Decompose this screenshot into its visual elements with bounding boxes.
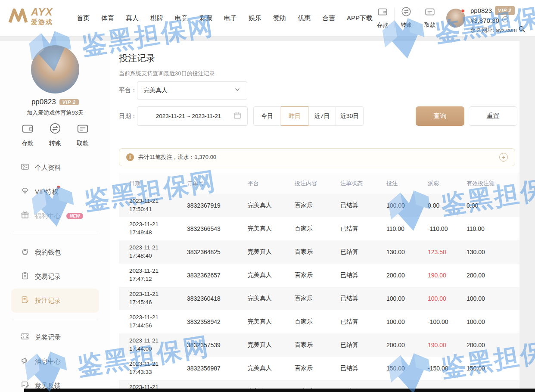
cell-status: 已结算 — [340, 271, 386, 279]
col-payout: 派彩 — [428, 180, 467, 187]
nav-item-promotions[interactable]: 优惠 — [298, 14, 311, 22]
range-30days-button[interactable]: 近30日 — [336, 106, 364, 126]
join-days-text: 加入爱游戏体育第93天 — [0, 109, 110, 117]
table-row: 2023-11-2117:45:46 3832360418 完美真人 百家乐 已… — [119, 287, 519, 310]
divider — [12, 234, 98, 234]
reset-button[interactable]: 重置 — [469, 106, 517, 126]
cell-content: 百家乐 — [295, 295, 340, 302]
nav-item-live-casino[interactable]: 真人 — [126, 14, 139, 22]
summary-bar: i 共计11笔投注，流水：1,370.00 + — [119, 148, 515, 166]
cell-content: 百家乐 — [295, 318, 340, 326]
nav-item-sports[interactable]: 体育 — [101, 14, 114, 22]
nav-item-lottery[interactable]: 彩票 — [199, 14, 212, 22]
cell-date: 2023-11-2117:47:12 — [129, 267, 187, 283]
date-range-input[interactable]: 2023-11-21 ~ 2023-11-21 — [137, 106, 248, 126]
sidebar-deposit-label: 存款 — [22, 140, 34, 147]
cell-payout: -100.00 — [428, 318, 467, 325]
sidebar-withdraw-label: 取款 — [77, 140, 89, 147]
sidebar-item-vip[interactable]: VIP特权 — [0, 180, 110, 204]
expand-plus-icon[interactable]: + — [499, 153, 508, 162]
transfer-label: 转账 — [401, 21, 412, 29]
sidebar-deposit-button[interactable]: 存款 — [21, 122, 34, 147]
cell-order: 3832360418 — [187, 295, 248, 302]
sidebar-item-message-center[interactable]: 消息中心 — [0, 349, 110, 373]
nav-item-sponsor[interactable]: 赞助 — [273, 14, 286, 22]
ticket-icon — [21, 332, 29, 342]
table-row: 2023-11-2117:44:56 3832358942 完美真人 百家乐 已… — [119, 310, 519, 333]
col-date: 日期 — [129, 180, 187, 187]
sidebar-withdraw-button[interactable]: 取款 — [76, 122, 89, 147]
sidebar-item-welfare[interactable]: 福利中心 NEW — [0, 204, 110, 228]
cell-status: 已结算 — [340, 341, 386, 349]
megaphone-icon — [21, 356, 29, 367]
search-icon[interactable] — [518, 25, 526, 34]
sidebar-vip-badge: VIP 2 — [59, 99, 79, 105]
brand-logo-icon — [8, 7, 28, 25]
cell-bet: 100.00 — [386, 318, 428, 325]
vip-red-dot — [57, 186, 60, 189]
cell-platform: 完美真人 — [248, 318, 295, 326]
page-subtitle: 当前系统支持查询最近30日的投注记录 — [119, 70, 519, 78]
nav-item-esports[interactable]: 电竞 — [175, 14, 188, 22]
id-card-icon — [21, 162, 29, 173]
cell-bet: 100.00 — [386, 295, 428, 302]
sidebar-item-profile[interactable]: 个人资料 — [0, 156, 110, 180]
platform-select[interactable]: 完美真人 — [137, 81, 247, 100]
user-avatar[interactable] — [446, 9, 465, 28]
table-row: 2023-11-2117:49:48 3832366543 完美真人 百家乐 已… — [119, 217, 519, 240]
cell-platform: 完美真人 — [248, 248, 295, 256]
withdraw-button[interactable]: 取款 — [419, 6, 441, 29]
sidebar-item-bet-records[interactable]: 投注记录 — [11, 289, 99, 313]
cell-order: 3832364825 — [187, 249, 248, 255]
cell-content: 百家乐 — [295, 225, 340, 233]
nav-item-board-games[interactable]: 棋牌 — [150, 14, 163, 22]
cell-order: 3832366543 — [187, 225, 248, 232]
new-badge: NEW — [66, 213, 83, 219]
cell-valid: 100.00 — [467, 295, 519, 302]
table-header: 日期 订单号 平台 投注内容 注单状态 投注 派彩 有效投注额 — [119, 173, 519, 194]
col-bet: 投注 — [386, 180, 428, 187]
range-today-button[interactable]: 今日 — [253, 106, 281, 126]
date-filter-row: 日期： 2023-11-21 ~ 2023-11-21 今日 昨日 近7日 近3… — [119, 106, 519, 126]
nav-item-home[interactable]: 首页 — [77, 14, 90, 22]
cell-valid: 150.00 — [467, 365, 519, 372]
cell-valid: 130.00 — [467, 249, 519, 255]
nav-item-app-download[interactable]: APP下载 — [347, 14, 373, 22]
range-yesterday-button[interactable]: 昨日 — [281, 106, 308, 126]
cell-order: 3832367919 — [187, 202, 248, 209]
withdraw-label: 取款 — [424, 21, 435, 29]
bet-record-icon — [21, 296, 29, 306]
main-nav: 首页 体育 真人 棋牌 电竞 彩票 电子 娱乐 赞助 优惠 合营 APP下载 — [77, 0, 373, 37]
nav-item-partnership[interactable]: 合营 — [322, 14, 335, 22]
username: pp0823 — [470, 6, 492, 15]
col-content: 投注内容 — [295, 180, 340, 187]
withdraw-icon — [424, 6, 435, 19]
sidebar-item-wallet[interactable]: 我的钱包 — [0, 240, 110, 264]
cell-valid: 110.00 — [467, 225, 519, 232]
balance-row[interactable]: ¥3,870.30 — [470, 16, 526, 25]
nav-item-entertainment[interactable]: 娱乐 — [249, 14, 261, 22]
deposit-button[interactable]: 存款 — [371, 6, 394, 29]
cell-date: 2023-11-2117:44:56 — [129, 314, 187, 330]
chevron-down-circle-icon[interactable] — [502, 16, 509, 25]
sidebar-quick-actions: 存款 转账 取款 — [0, 122, 110, 147]
transfer-button[interactable]: 转账 — [395, 6, 417, 29]
balance-amount: ¥3,870.30 — [470, 16, 499, 25]
sidebar-item-transactions[interactable]: 交易记录 — [0, 264, 110, 289]
cell-status: 已结算 — [340, 295, 386, 302]
divider — [394, 8, 395, 28]
notification-dot — [461, 9, 465, 13]
brand-name-cn: 爱游戏 — [31, 19, 53, 25]
brand-logo[interactable]: AYX 爱游戏 — [8, 7, 53, 25]
range-7days-button[interactable]: 近7日 — [308, 106, 336, 126]
cell-valid: 200.00 — [467, 272, 519, 279]
query-button[interactable]: 查询 — [416, 106, 464, 126]
cell-content: 百家乐 — [295, 248, 340, 256]
sidebar-transfer-button[interactable]: 转账 — [49, 122, 62, 147]
transfer-icon — [49, 122, 62, 137]
sidebar-item-redeem-records[interactable]: 兑奖记录 — [0, 325, 110, 349]
table-row: 2023-11-2117:47:12 3832362657 完美真人 百家乐 已… — [119, 264, 519, 287]
main-content: 投注记录 当前系统支持查询最近30日的投注记录 平台： 完美真人 日期： 202… — [110, 41, 519, 392]
nav-item-slots[interactable]: 电子 — [224, 14, 237, 22]
vip-gem-icon — [21, 187, 29, 197]
